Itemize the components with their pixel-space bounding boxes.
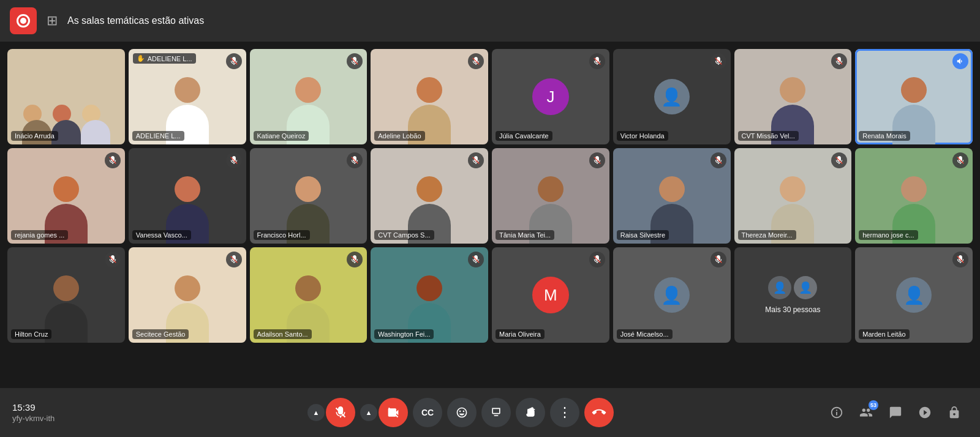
time-display: 15:39 (12, 402, 98, 413)
video-tile-tania[interactable]: Tânia Maria Tei... (492, 148, 609, 244)
tile-name-label: Katiane Queiroz (254, 131, 309, 141)
people-button[interactable]: 53 (853, 399, 880, 426)
tile-name-label: Secitece Gestão (132, 329, 189, 339)
people-badge: 53 (869, 400, 878, 410)
raise-hand-button[interactable] (516, 398, 545, 427)
cam-chevron[interactable]: ▲ (360, 404, 377, 421)
tile-name-label: Adeline Lobão (374, 131, 424, 141)
mic-group: ▲ (307, 398, 355, 427)
time-info: 15:39 yfy-vkmv-ith (12, 402, 98, 423)
more-people-label: Mais 30 pessoas (765, 305, 820, 314)
chat-button[interactable] (882, 399, 909, 426)
video-tile-maria[interactable]: MMaria Oliveira (492, 247, 609, 343)
meeting-details-button[interactable] (823, 399, 850, 426)
video-tile-cvt-missao[interactable]: CVT Missão Vel... (734, 49, 852, 144)
tile-name-label: Francisco Horl... (254, 230, 310, 240)
video-grid: Inácio Arruda✋ ADELIENE L...ADELIENE L..… (7, 49, 973, 343)
mic-chevron[interactable]: ▲ (307, 404, 325, 421)
lock-button[interactable] (941, 399, 968, 426)
more-people-tile: 👤 👤 Mais 30 pessoas (765, 276, 820, 314)
tile-name-label: Júlia Cavalcante (496, 131, 552, 141)
end-call-button[interactable] (584, 398, 614, 427)
video-tile-washington[interactable]: Washington Fei... (371, 247, 488, 343)
tile-name-label: Vanessa Vasco... (132, 230, 191, 240)
avatar-circle: M (532, 277, 569, 313)
video-tile-mais30[interactable]: 👤 👤 Mais 30 pessoas (734, 247, 852, 343)
cc-button[interactable]: CC (413, 398, 442, 427)
video-tile-victor[interactable]: 👤Victor Holanda (613, 49, 731, 144)
video-tile-francisco[interactable]: Francisco Horl... (250, 148, 368, 244)
tile-name-label: Renata Morais (859, 131, 910, 141)
video-tile-katiane[interactable]: Katiane Queiroz (250, 49, 368, 144)
present-button[interactable] (481, 398, 511, 427)
header-bar: ⊞ As salas temáticas estão ativas (0, 0, 980, 42)
cam-group: ▲ (360, 398, 408, 427)
main-area: Inácio Arruda✋ ADELIENE L...ADELIENE L..… (0, 42, 980, 343)
tile-name-label: Hilton Cruz (11, 329, 51, 339)
cam-button[interactable] (379, 398, 408, 427)
mute-icon (589, 252, 605, 267)
video-tile-vanessa[interactable]: Vanessa Vasco... (129, 148, 246, 244)
tile-name-label: Maria Oliveira (496, 329, 545, 339)
record-icon (17, 14, 30, 28)
header-title: As salas temáticas estão ativas (67, 15, 204, 26)
video-tile-hermano[interactable]: hermano jose c... (855, 148, 973, 244)
video-tile-adeliene[interactable]: ✋ ADELIENE L...ADELIENE L... (129, 49, 246, 144)
video-tile-cvt-campos[interactable]: CVT Campos S... (371, 148, 488, 244)
bottom-bar: 15:39 yfy-vkmv-ith ▲ ▲ CC (0, 388, 980, 437)
controls-right: 53 (823, 399, 968, 426)
video-tile-inacio[interactable]: Inácio Arruda (7, 49, 125, 144)
tile-name-label: CVT Missão Vel... (738, 131, 799, 141)
tile-name-label: Adailson Santo... (254, 329, 312, 339)
emoji-button[interactable] (447, 398, 477, 427)
record-button[interactable] (10, 7, 37, 34)
tile-name-label: hermano jose c... (859, 230, 918, 240)
mic-button[interactable] (326, 398, 355, 427)
controls-center: ▲ ▲ CC ⋮ (98, 398, 823, 427)
tile-name-label: Thereza Moreir... (738, 230, 796, 240)
meeting-code: yfy-vkmv-ith (12, 414, 98, 423)
mute-icon (589, 53, 605, 69)
mute-icon (710, 252, 726, 267)
photo-avatar: 👤 (654, 79, 690, 114)
tile-name-label: José Micaelso... (617, 329, 673, 339)
photo-avatar: 👤 (896, 277, 932, 313)
video-tile-marden[interactable]: 👤Marden Leitão (855, 247, 973, 343)
tile-name-label: Marden Leitão (859, 329, 909, 339)
photo-avatar: 👤 (654, 277, 690, 313)
video-tile-hilton[interactable]: Hilton Cruz (7, 247, 125, 343)
tile-name-label: Washington Fei... (374, 329, 434, 339)
activities-button[interactable] (911, 399, 938, 426)
mute-icon (952, 252, 968, 267)
video-tile-adailson[interactable]: Adailson Santo... (250, 247, 368, 343)
video-tile-thereza[interactable]: Thereza Moreir... (734, 148, 852, 244)
tile-name-label: Inácio Arruda (11, 131, 58, 141)
rooms-icon: ⊞ (47, 13, 58, 29)
video-tile-secitece[interactable]: Secitece Gestão (129, 247, 246, 343)
tile-name-label: rejania gomes ... (11, 230, 68, 240)
avatar-circle: J (532, 78, 569, 115)
tile-name-label: Victor Holanda (617, 131, 668, 141)
video-tile-julia[interactable]: JJúlia Cavalcante (492, 49, 609, 144)
more-options-button[interactable]: ⋮ (550, 398, 579, 427)
tile-name-label: Raisa Silvestre (617, 230, 669, 240)
video-tile-rejania[interactable]: rejania gomes ... (7, 148, 125, 244)
tile-name-label: Tânia Maria Tei... (496, 230, 554, 240)
video-tile-adeline[interactable]: Adeline Lobão (371, 49, 488, 144)
video-tile-jose[interactable]: 👤José Micaelso... (613, 247, 731, 343)
tile-name-label: CVT Campos S... (374, 230, 434, 240)
mute-icon (710, 53, 726, 69)
tile-name-label: ADELIENE L... (132, 131, 184, 141)
video-tile-renata[interactable]: Renata Morais (855, 49, 973, 144)
video-tile-raisa[interactable]: Raisa Silvestre (613, 148, 731, 244)
